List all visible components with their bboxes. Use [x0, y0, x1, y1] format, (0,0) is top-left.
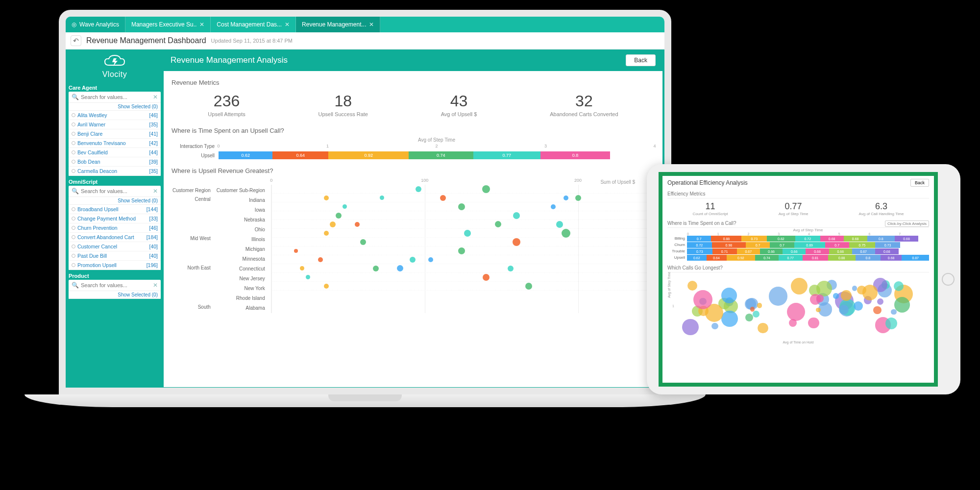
facet-item[interactable]: Alita Westley[46] — [69, 111, 161, 120]
facet-item[interactable]: Past Due Bill[40] — [69, 251, 161, 261]
bar-segment[interactable]: 0.62 — [687, 255, 707, 261]
bubble[interactable] — [711, 323, 718, 330]
bar-segment[interactable]: 0.72 — [795, 236, 820, 242]
bubble[interactable] — [318, 257, 323, 262]
bar-segment[interactable]: 0.7 — [687, 236, 711, 242]
bubble[interactable] — [854, 301, 863, 311]
bubble[interactable] — [808, 318, 819, 329]
bubble[interactable] — [857, 286, 866, 295]
bubble[interactable] — [873, 306, 882, 315]
bubble[interactable] — [551, 204, 556, 209]
bubble[interactable] — [440, 195, 446, 201]
bar-segment[interactable]: 0.62 — [219, 151, 272, 159]
bar-segment[interactable]: 0.68 — [844, 236, 867, 242]
bar-segment[interactable]: 0.92 — [328, 151, 409, 159]
bubble[interactable] — [458, 247, 465, 254]
bubble[interactable] — [464, 230, 471, 237]
facet-search-input[interactable] — [81, 188, 153, 194]
facet-search-input[interactable] — [81, 94, 153, 100]
click-analysis-button[interactable]: Click-by-Click Analysis — [885, 220, 929, 227]
clear-icon[interactable]: ✕ — [153, 94, 158, 100]
tab-1[interactable]: Cost Management Das...✕ — [211, 17, 296, 32]
close-icon[interactable]: ✕ — [285, 21, 290, 28]
bar-segment[interactable]: 0.88 — [828, 255, 856, 261]
bubble[interactable] — [397, 265, 403, 271]
bubble[interactable] — [410, 257, 416, 263]
bubble[interactable] — [324, 284, 329, 289]
bubble[interactable] — [750, 307, 755, 311]
bar-segment[interactable]: 0.75 — [849, 242, 875, 248]
bar-segment[interactable]: 0.71 — [712, 248, 737, 254]
bar-segment[interactable]: 0.8 — [867, 236, 895, 242]
bar-segment[interactable]: 0.67 — [852, 248, 875, 254]
bubble[interactable] — [894, 297, 910, 313]
facet-item[interactable]: Avril Warner[35] — [69, 120, 161, 129]
bubble[interactable] — [562, 229, 570, 238]
facet-item[interactable]: Convert Abandoned Cart[184] — [69, 233, 161, 242]
facet-search-input[interactable] — [81, 282, 153, 288]
facet-item[interactable]: Benvenuto Trevisano[42] — [69, 139, 161, 148]
bar-segment[interactable]: 0.89 — [794, 242, 825, 248]
bar-segment[interactable]: 0.77 — [779, 255, 803, 261]
facet-item[interactable]: Carmella Deacon[35] — [69, 167, 161, 176]
close-icon[interactable]: ✕ — [199, 21, 204, 28]
bubble[interactable] — [336, 213, 342, 219]
bubble[interactable] — [682, 319, 699, 336]
tablet-back-button[interactable]: Back — [910, 179, 929, 187]
bubble[interactable] — [745, 314, 753, 321]
facet-item[interactable]: Broadband Upsell[144] — [69, 205, 161, 214]
facet-item[interactable]: Promotion Upsell[196] — [69, 261, 161, 270]
bubble[interactable] — [757, 303, 762, 308]
bubble[interactable] — [787, 303, 805, 321]
facet-item[interactable]: Churn Prevention[46] — [69, 223, 161, 233]
bar-segment[interactable]: 0.68 — [895, 236, 918, 242]
bar-segment[interactable]: 0.98 — [712, 242, 746, 248]
bubble[interactable] — [458, 203, 465, 210]
bar-segment[interactable]: 0.87 — [902, 255, 929, 261]
bubble[interactable] — [294, 249, 298, 253]
bubble[interactable] — [810, 294, 821, 305]
bar-segment[interactable]: 0.72 — [687, 242, 712, 248]
bar-segment[interactable]: 0.77 — [473, 151, 540, 159]
bar-segment[interactable]: 0.81 — [803, 255, 828, 261]
bubble[interactable] — [330, 221, 336, 227]
bubble[interactable] — [373, 266, 379, 271]
bar-segment[interactable]: 0.7 — [825, 242, 849, 248]
bubble[interactable] — [789, 319, 797, 327]
bubble[interactable] — [508, 266, 514, 271]
clear-icon[interactable]: ✕ — [153, 188, 158, 195]
bubble[interactable] — [324, 231, 329, 236]
bubble[interactable] — [428, 257, 433, 262]
bar-segment[interactable]: 0.66 — [760, 248, 783, 254]
bubble[interactable] — [380, 196, 384, 200]
bar-segment[interactable]: 0.66 — [829, 248, 852, 254]
bar-segment[interactable]: 0.64 — [707, 255, 727, 261]
facet-item[interactable]: Benji Clare[41] — [69, 129, 161, 139]
tab-0[interactable]: Managers Executive Su..✕ — [125, 17, 211, 32]
bar-segment[interactable]: 0.73 — [687, 248, 712, 254]
bar-segment[interactable]: 0.67 — [737, 248, 760, 254]
bubble[interactable] — [360, 239, 366, 245]
close-icon[interactable]: ✕ — [369, 21, 374, 28]
facet-item[interactable]: Change Payment Method[33] — [69, 214, 161, 223]
clear-icon[interactable]: ✕ — [153, 282, 158, 289]
tablet-home-button[interactable] — [942, 273, 955, 286]
facet-item[interactable]: Bev Caulfield[44] — [69, 148, 161, 157]
bubble[interactable] — [482, 185, 490, 193]
bar-segment[interactable]: 0.68 — [806, 248, 829, 254]
undo-button[interactable]: ↶ — [71, 35, 81, 46]
show-selected-link[interactable]: Show Selected (0) — [69, 291, 161, 299]
back-button[interactable]: Back — [626, 54, 656, 66]
bubble[interactable] — [306, 275, 310, 279]
bar-segment[interactable]: 0.8 — [540, 151, 610, 159]
facet-item[interactable]: Customer Cancel[40] — [69, 242, 161, 251]
bubble[interactable] — [687, 281, 697, 291]
bubble[interactable] — [841, 290, 852, 301]
bar-segment[interactable]: 0.64 — [272, 151, 328, 159]
bar-segment[interactable]: 0.88 — [711, 236, 741, 242]
bubble[interactable] — [758, 323, 768, 334]
bar-segment[interactable]: 0.7 — [746, 242, 770, 248]
bar-segment[interactable]: 0.66 — [783, 248, 806, 254]
bar-segment[interactable]: 0.92 — [727, 255, 756, 261]
bubble[interactable] — [575, 195, 581, 201]
